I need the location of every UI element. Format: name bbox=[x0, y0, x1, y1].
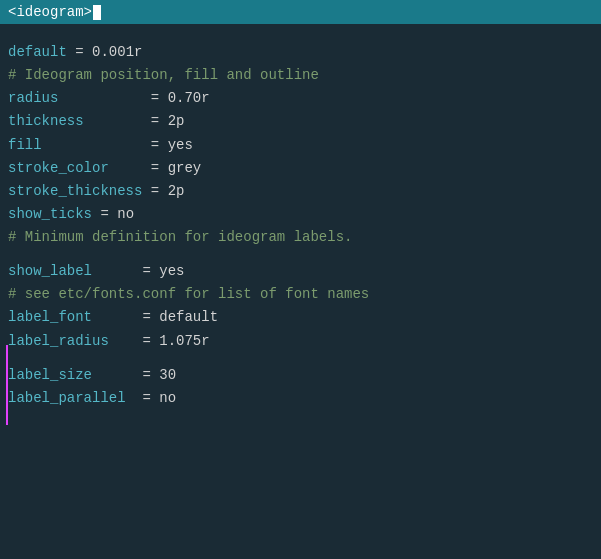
equals-sign: = bbox=[134, 367, 159, 383]
title-text: <ideogram> bbox=[8, 4, 92, 20]
value-text: yes bbox=[159, 263, 184, 279]
line: default = 0.001r bbox=[8, 41, 593, 64]
key-text: label_font bbox=[8, 309, 134, 325]
value-text: 1.075r bbox=[159, 333, 209, 349]
line: show_ticks = no bbox=[8, 203, 593, 226]
line: # Minimum definition for ideogram labels… bbox=[8, 226, 593, 249]
equals-sign: = bbox=[142, 160, 167, 176]
line: label_parallel = no bbox=[8, 387, 593, 410]
key-text: fill bbox=[8, 137, 142, 153]
line bbox=[8, 353, 593, 364]
line: label_radius = 1.075r bbox=[8, 330, 593, 353]
equals-sign: = bbox=[134, 263, 159, 279]
title-bar: <ideogram> bbox=[0, 0, 601, 24]
line bbox=[8, 410, 593, 421]
comment-text: # Ideogram position, fill and outline bbox=[8, 67, 319, 83]
line: fill = yes bbox=[8, 134, 593, 157]
line: # Ideogram position, fill and outline bbox=[8, 64, 593, 87]
key-text: stroke_color bbox=[8, 160, 142, 176]
line: label_font = default bbox=[8, 306, 593, 329]
equals-sign: = bbox=[142, 90, 167, 106]
equals-sign: = bbox=[142, 137, 167, 153]
line: thickness = 2p bbox=[8, 110, 593, 133]
key-text: label_parallel bbox=[8, 390, 134, 406]
equals-sign: = bbox=[134, 390, 159, 406]
selection-cursor bbox=[6, 345, 8, 425]
line: stroke_thickness = 2p bbox=[8, 180, 593, 203]
value-text: 0.001r bbox=[92, 44, 142, 60]
value-text: grey bbox=[168, 160, 202, 176]
key-text: label_size bbox=[8, 367, 134, 383]
value-text: no bbox=[159, 390, 176, 406]
key-text: default bbox=[8, 44, 67, 60]
line bbox=[8, 249, 593, 260]
equals-sign: = bbox=[100, 206, 117, 222]
line: label_size = 30 bbox=[8, 364, 593, 387]
key-text: radius bbox=[8, 90, 142, 106]
value-text: 2p bbox=[168, 183, 185, 199]
line bbox=[8, 421, 593, 432]
key-text: thickness bbox=[8, 113, 142, 129]
title-cursor bbox=[93, 5, 101, 20]
value-text: 30 bbox=[159, 367, 176, 383]
equals-sign: = bbox=[134, 333, 159, 349]
equals-sign: = bbox=[67, 44, 92, 60]
equals-sign: = bbox=[142, 113, 167, 129]
equals-sign: = bbox=[142, 183, 167, 199]
line: # see etc/fonts.conf for list of font na… bbox=[8, 283, 593, 306]
equals-sign: = bbox=[134, 309, 159, 325]
line: stroke_color = grey bbox=[8, 157, 593, 180]
comment-text: # Minimum definition for ideogram labels… bbox=[8, 229, 352, 245]
key-text: show_label bbox=[8, 263, 134, 279]
code-area[interactable]: default = 0.001r# Ideogram position, fil… bbox=[0, 24, 601, 438]
value-text: 0.70r bbox=[168, 90, 210, 106]
line bbox=[8, 30, 593, 41]
value-text: yes bbox=[168, 137, 193, 153]
line: radius = 0.70r bbox=[8, 87, 593, 110]
key-text: show_ticks bbox=[8, 206, 100, 222]
key-text: label_radius bbox=[8, 333, 134, 349]
value-text: 2p bbox=[168, 113, 185, 129]
key-text: stroke_thickness bbox=[8, 183, 142, 199]
editor: <ideogram> default = 0.001r# Ideogram po… bbox=[0, 0, 601, 559]
value-text: no bbox=[117, 206, 134, 222]
comment-text: # see etc/fonts.conf for list of font na… bbox=[8, 286, 369, 302]
line: show_label = yes bbox=[8, 260, 593, 283]
value-text: default bbox=[159, 309, 218, 325]
